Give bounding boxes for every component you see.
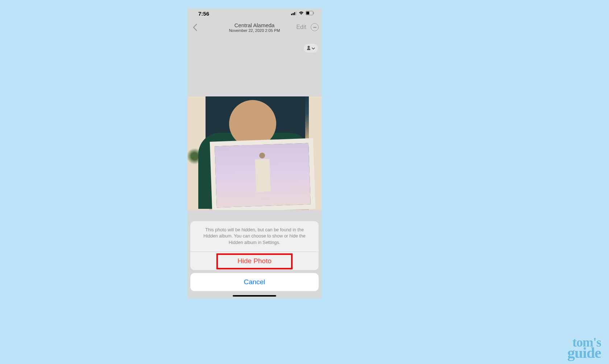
status-bar: 7:56 bbox=[187, 8, 322, 18]
photo-content bbox=[187, 96, 322, 210]
tutorial-highlight-box bbox=[216, 253, 293, 269]
watermark-line2: guide bbox=[567, 347, 601, 359]
watermark: tom's guide bbox=[567, 338, 601, 359]
action-sheet: This photo will be hidden, but can be fo… bbox=[190, 221, 319, 291]
svg-rect-0 bbox=[291, 14, 292, 15]
date-subtitle: November 22, 2020 2:05 PM bbox=[229, 28, 280, 33]
photo-viewer[interactable] bbox=[187, 96, 322, 210]
edit-button[interactable]: Edit bbox=[296, 24, 306, 30]
cancel-button[interactable]: Cancel bbox=[190, 273, 319, 291]
nav-bar: Central Alameda November 22, 2020 2:05 P… bbox=[187, 18, 322, 36]
cellular-signal-icon bbox=[291, 10, 297, 17]
person-tag-button[interactable] bbox=[304, 44, 318, 53]
chevron-down-icon bbox=[312, 46, 315, 50]
location-title: Central Alameda bbox=[229, 22, 280, 28]
nav-actions: Edit ••• bbox=[296, 23, 319, 31]
more-button[interactable]: ••• bbox=[311, 23, 319, 31]
phone-screenshot: 7:56 Central Alameda November 22, 2020 2… bbox=[187, 8, 322, 298]
svg-rect-2 bbox=[294, 12, 295, 15]
action-sheet-group: This photo will be hidden, but can be fo… bbox=[190, 221, 319, 270]
svg-rect-6 bbox=[314, 12, 314, 14]
wifi-icon bbox=[298, 10, 304, 17]
hide-photo-button[interactable]: Hide Photo bbox=[190, 252, 319, 270]
svg-rect-5 bbox=[306, 12, 309, 15]
status-icons bbox=[291, 10, 314, 17]
svg-point-7 bbox=[308, 46, 310, 48]
svg-rect-1 bbox=[293, 13, 294, 15]
back-button[interactable] bbox=[190, 23, 199, 32]
svg-rect-3 bbox=[296, 11, 297, 15]
nav-title: Central Alameda November 22, 2020 2:05 P… bbox=[229, 22, 280, 33]
home-indicator[interactable] bbox=[233, 295, 276, 297]
status-time: 7:56 bbox=[198, 11, 209, 17]
person-icon bbox=[307, 45, 311, 51]
action-sheet-message: This photo will be hidden, but can be fo… bbox=[190, 221, 319, 252]
battery-icon bbox=[306, 10, 314, 17]
